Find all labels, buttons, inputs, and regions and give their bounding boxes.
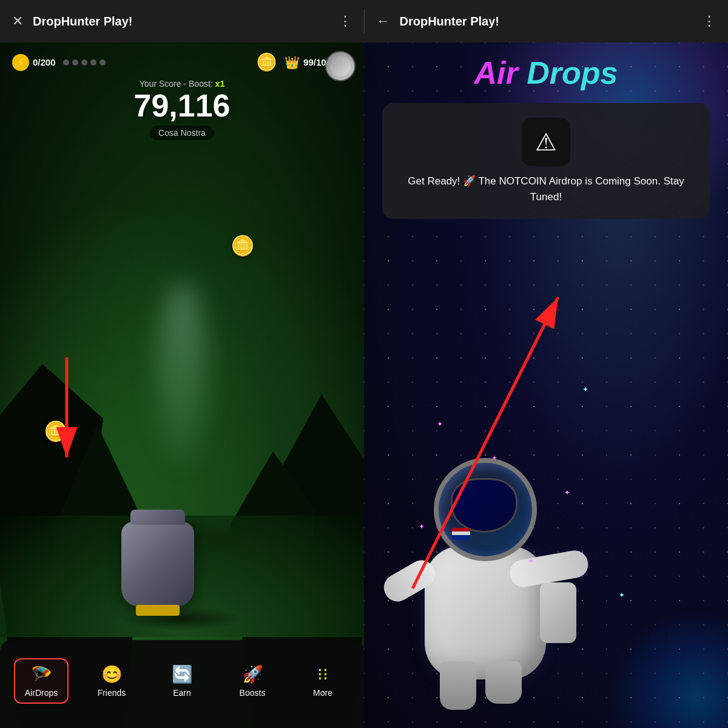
backpack (540, 582, 576, 643)
floating-coin-2: 🪙 (44, 420, 68, 443)
score-section: Your Score - Boost: x1 79,116 Cosa Nostr… (0, 79, 364, 140)
bottom-nav: 🪂 AirDrops 😊 Friends 🔄 Earn 🚀 Boosts ⁝⁝ … (0, 640, 364, 728)
airdrops-icon: 🪂 (31, 664, 52, 684)
boost-value: x1 (215, 79, 225, 89)
dot-4 (90, 59, 96, 66)
sparkle-4: ✦ (419, 522, 425, 531)
nav-item-more[interactable]: ⁝⁝ More (295, 659, 350, 703)
right-panel: Air Drops ⚠ Get Ready! 🚀 The NOTCOIN Air… (364, 42, 728, 728)
sparkle-1: ✦ (437, 420, 443, 428)
coin-icon: 🪙 (256, 52, 277, 72)
leg-right (485, 661, 522, 704)
energy-dots (63, 59, 106, 66)
nav-item-earn[interactable]: 🔄 Earn (155, 659, 209, 703)
left-app-title: DropHunter Play! (33, 15, 329, 29)
hud-overlay: ⚡ 0/200 🪙 👑 99/100 i (0, 42, 364, 72)
nav-label-earn: Earn (173, 688, 191, 698)
jar-lid (136, 605, 180, 616)
main-content: ⚡ 0/200 🪙 👑 99/100 i (0, 42, 728, 728)
more-icon: ⁝⁝ (317, 664, 328, 684)
clan-badge: Cosa Nostra (150, 126, 214, 140)
title-air: Air (474, 55, 518, 90)
title-drops: Drops (527, 55, 618, 90)
warning-icon: ⚠ (535, 128, 557, 157)
dot-2 (72, 59, 78, 66)
nav-label-more: More (313, 688, 332, 698)
jar-container (121, 522, 243, 631)
top-bar-right: ← DropHunter Play! ⋮ (365, 13, 729, 29)
sparkle-7: ✦ (619, 591, 625, 599)
earn-icon: 🔄 (172, 664, 193, 684)
left-menu-icon[interactable]: ⋮ (339, 13, 352, 29)
notif-icon-box: ⚠ (522, 118, 570, 166)
score-value: 79,116 (0, 89, 364, 123)
score-label: Your Score - Boost: x1 (0, 79, 364, 89)
leg-left (440, 661, 476, 710)
notif-text: Get Ready! 🚀 The NOTCOIN Airdrop is Comi… (397, 174, 695, 204)
left-panel: ⚡ 0/200 🪙 👑 99/100 i (0, 42, 364, 728)
nav-item-friends[interactable]: 😊 Friends (84, 659, 139, 703)
nav-label-boosts: Boosts (240, 688, 266, 698)
back-icon[interactable]: ← (377, 13, 390, 29)
nav-item-airdrops[interactable]: 🪂 AirDrops (14, 658, 69, 704)
avatar-inner (330, 56, 351, 76)
sparkle-6: ✦ (582, 385, 588, 394)
sparkle-5: ✦ (528, 557, 534, 565)
avatar-button[interactable] (325, 51, 356, 81)
energy-value: 0/200 (33, 57, 56, 67)
flag-patch (452, 528, 470, 540)
sparkle-3: ✦ (564, 488, 570, 497)
top-bar-left: ✕ DropHunter Play! ⋮ (0, 13, 364, 29)
dot-5 (99, 59, 106, 66)
energy-badge: ⚡ 0/200 (12, 54, 56, 71)
earth-glow (607, 607, 728, 728)
friends-icon: 😊 (101, 664, 123, 684)
hud-row: ⚡ 0/200 🪙 👑 99/100 i (12, 52, 352, 72)
close-icon[interactable]: ✕ (12, 13, 23, 29)
airdrops-title: Air Drops (364, 55, 728, 91)
dot-3 (81, 59, 87, 66)
nav-label-friends: Friends (98, 688, 126, 698)
crown-badge: 👑 99/100 (285, 55, 331, 70)
dot-1 (63, 59, 69, 66)
nav-item-boosts[interactable]: 🚀 Boosts (225, 659, 280, 703)
right-menu-icon[interactable]: ⋮ (703, 13, 716, 29)
notification-card: ⚠ Get Ready! 🚀 The NOTCOIN Airdrop is Co… (382, 103, 710, 219)
boosts-icon: 🚀 (242, 664, 263, 684)
astronaut (364, 443, 595, 716)
energy-icon: ⚡ (12, 54, 29, 71)
sparkle-2: ✦ (491, 454, 497, 462)
crown-icon: 👑 (285, 55, 300, 70)
right-app-title: DropHunter Play! (400, 15, 693, 29)
helmet-visor (451, 478, 517, 533)
top-bar: ✕ DropHunter Play! ⋮ ← DropHunter Play! … (0, 0, 728, 42)
nav-label-airdrops: AirDrops (25, 688, 58, 698)
jar (121, 522, 194, 607)
helmet (434, 458, 537, 561)
floating-coin-1: 🪙 (231, 234, 255, 257)
